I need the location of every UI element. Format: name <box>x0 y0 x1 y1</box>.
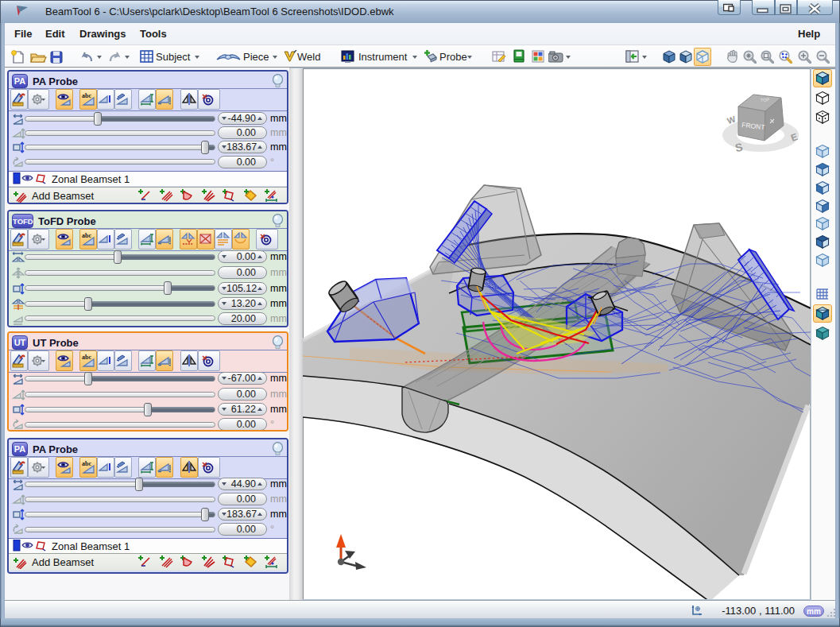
svg-text:abc: abc <box>82 460 91 467</box>
svg-text:abc: abc <box>82 354 91 361</box>
svg-text:abc: abc <box>82 92 91 99</box>
svg-text:abc: abc <box>82 232 91 239</box>
svg-text:TOP: TOP <box>761 97 770 103</box>
